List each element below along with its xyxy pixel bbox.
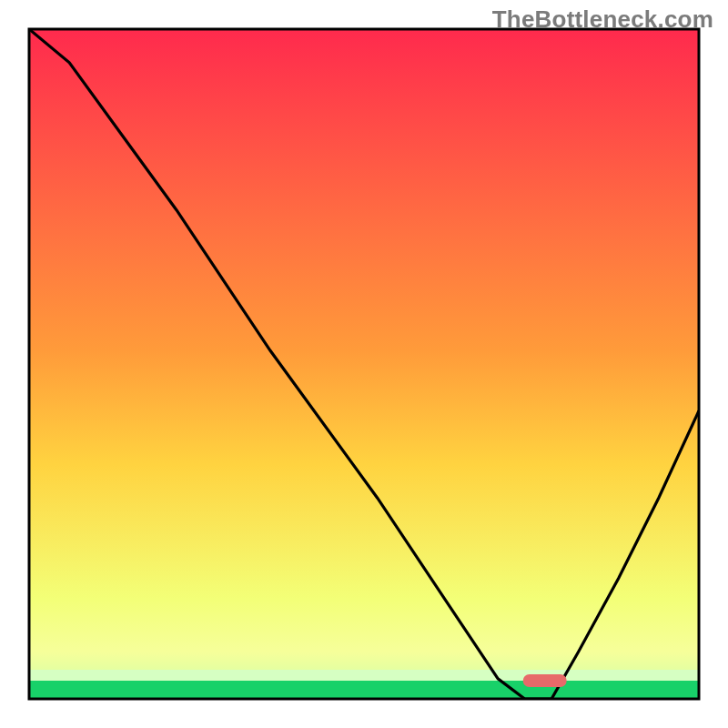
optimum-marker bbox=[523, 674, 567, 687]
watermark-text: TheBottleneck.com bbox=[492, 5, 713, 34]
bottleneck-chart bbox=[0, 0, 728, 728]
plot-background bbox=[29, 29, 699, 699]
pale-band bbox=[29, 670, 699, 681]
chart-container: TheBottleneck.com bbox=[0, 0, 728, 728]
green-baseline bbox=[29, 681, 699, 699]
